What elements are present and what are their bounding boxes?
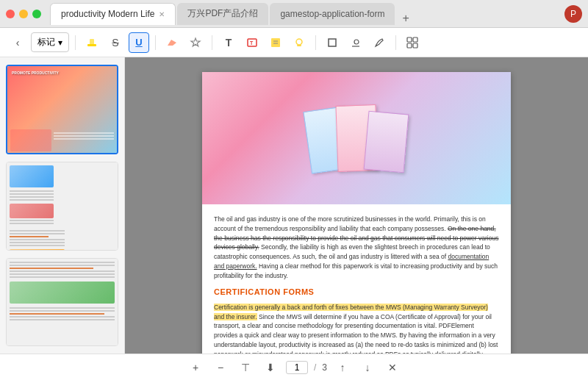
eraser-icon: [166, 37, 178, 49]
signature-icon: [350, 37, 362, 49]
svg-text:T: T: [250, 40, 254, 46]
highlight-icon: [86, 37, 98, 49]
svg-rect-1: [90, 39, 94, 45]
pdf-text-content: The oil and gas industry is one of the m…: [202, 204, 511, 354]
fit-width-button[interactable]: ⊤: [236, 358, 255, 377]
page-separator: /: [314, 362, 316, 373]
svg-point-11: [354, 40, 359, 44]
tab-productivity[interactable]: productivity Modern Life ✕: [50, 3, 176, 25]
pdf-main-paragraph: The oil and gas industry is one of the m…: [214, 215, 499, 280]
svg-rect-9: [297, 45, 301, 46]
stamp-icon: [293, 37, 305, 49]
tab-gamestop[interactable]: gamestop-application-form: [270, 3, 395, 25]
pdf-page-1: The oil and gas industry is one of the m…: [202, 72, 511, 354]
bottombar: + − ⊤ ⬇ / 3 ↑ ↓ ✕: [0, 354, 588, 380]
add-tab-button[interactable]: +: [396, 12, 415, 25]
separator-1: [75, 35, 76, 50]
pen-tool-button[interactable]: [369, 32, 390, 53]
pen-icon: [373, 37, 385, 49]
zoom-in-button[interactable]: +: [186, 358, 205, 377]
tab-productivity-label: productivity Modern Life: [61, 9, 154, 19]
shape-icon: [326, 37, 338, 49]
tab-wanxing-label: 万兴PDF产品介绍: [187, 7, 258, 20]
section1-para: Certification is generally a back and fo…: [214, 303, 499, 354]
sidebar-page-1[interactable]: PROMOTE PRODUCTIVITY 1: [6, 65, 118, 154]
separator-2: [155, 35, 156, 50]
svg-rect-15: [407, 43, 412, 48]
svg-marker-2: [168, 40, 176, 46]
highlight-label-dropdown[interactable]: 标记 ▾: [31, 32, 69, 52]
separator-3: [212, 35, 212, 50]
sticky-tool-button[interactable]: [265, 32, 286, 53]
textbox-icon: T: [246, 37, 258, 49]
section1-title: CERTIFICATION FORMS: [214, 286, 499, 298]
fit-page-icon: ⬇: [266, 362, 275, 373]
traffic-lights: [6, 10, 41, 18]
tab-gamestop-label: gamestop-application-form: [280, 9, 384, 19]
strikethrough-text: On the one hand, the business has the re…: [214, 225, 498, 251]
strikethrough-icon: S: [112, 37, 118, 49]
shape-tool-button[interactable]: [322, 32, 343, 53]
svg-point-8: [296, 39, 302, 45]
sidebar: PROMOTE PRODUCTIVITY 1: [0, 57, 125, 354]
cert-highlight-text: Certification is generally a back and fo…: [214, 304, 488, 320]
sidebar-page-3[interactable]: 3: [6, 258, 118, 346]
current-page-input[interactable]: [286, 361, 308, 374]
strikethrough-tool-button[interactable]: S: [105, 32, 126, 53]
page-1-thumbnail: PROMOTE PRODUCTIVITY: [7, 66, 117, 154]
avatar[interactable]: P: [564, 5, 582, 23]
underline-icon: U: [135, 37, 142, 48]
page-2-thumbnail: [7, 162, 118, 250]
separator-5: [395, 35, 396, 50]
nav-up-button[interactable]: ↑: [333, 358, 352, 377]
tab-wanxing[interactable]: 万兴PDF产品介绍: [177, 3, 268, 25]
separator-4: [315, 35, 316, 50]
pdf-hero-image: [202, 72, 511, 204]
highlight-label-text: 标记: [37, 36, 55, 49]
nav-down-button[interactable]: ↓: [358, 358, 377, 377]
erase2-icon: [190, 37, 201, 49]
close-button[interactable]: [6, 10, 15, 18]
maximize-button[interactable]: [32, 10, 41, 18]
eraser-tool-button[interactable]: [162, 32, 182, 53]
main-area: PROMOTE PRODUCTIVITY 1: [0, 57, 588, 354]
nav-back-button[interactable]: ‹: [7, 32, 28, 53]
highlight-tool-button[interactable]: [82, 32, 102, 53]
underline-tool-button[interactable]: U: [129, 32, 149, 53]
total-pages: 3: [322, 362, 327, 373]
minimize-button[interactable]: [19, 10, 28, 18]
underline-text: documentation and paperwork.: [214, 253, 489, 270]
page-3-thumbnail: [7, 259, 118, 346]
zoom-out-button[interactable]: −: [211, 358, 230, 377]
toolbar: ‹ 标记 ▾ S U T T: [0, 28, 588, 57]
sidebar-page-2[interactable]: 2: [6, 162, 118, 250]
signature-tool-button[interactable]: [345, 32, 366, 53]
more-icon: [406, 37, 418, 49]
textbox-tool-button[interactable]: T: [242, 32, 262, 53]
close-button[interactable]: ✕: [383, 358, 402, 377]
tab-close-icon[interactable]: ✕: [159, 10, 165, 18]
text-icon: T: [226, 37, 232, 49]
svg-rect-13: [407, 37, 412, 42]
stamp-tool-button[interactable]: [289, 32, 309, 53]
thumb-1-text: PROMOTE PRODUCTIVITY: [12, 71, 112, 75]
svg-rect-5: [271, 38, 280, 47]
highlight-dropdown-icon: ▾: [58, 37, 62, 48]
titlebar: productivity Modern Life ✕ 万兴PDF产品介绍 gam…: [0, 0, 588, 28]
erase2-tool-button[interactable]: [185, 32, 206, 53]
svg-rect-14: [413, 37, 417, 42]
pdf-area[interactable]: The oil and gas industry is one of the m…: [125, 57, 588, 354]
text-tool-button[interactable]: T: [218, 32, 239, 53]
sticky-icon: [270, 37, 282, 49]
tab-bar: productivity Modern Life ✕ 万兴PDF产品介绍 gam…: [50, 3, 559, 25]
fit-page-button[interactable]: ⬇: [261, 358, 280, 377]
fit-width-icon: ⊤: [241, 362, 250, 373]
more-tool-button[interactable]: [402, 32, 423, 53]
svg-rect-16: [413, 43, 417, 48]
svg-rect-10: [329, 39, 336, 46]
